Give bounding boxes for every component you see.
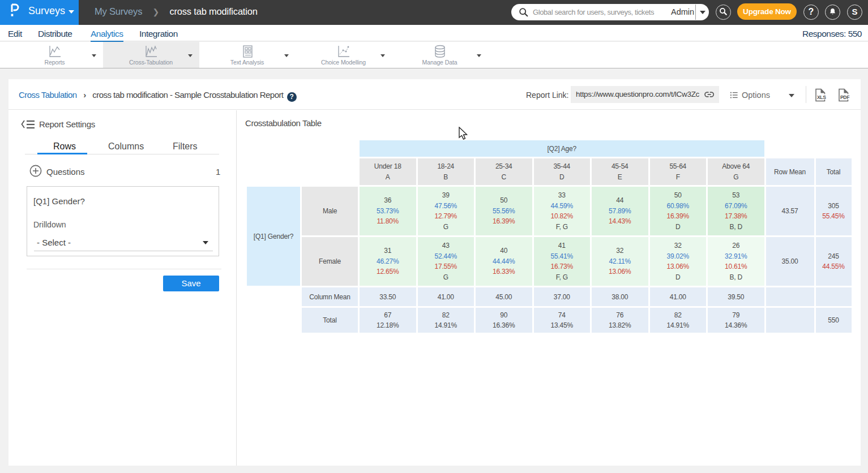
svg-text:PDF: PDF: [840, 94, 849, 100]
svg-text:XLS: XLS: [817, 94, 826, 100]
